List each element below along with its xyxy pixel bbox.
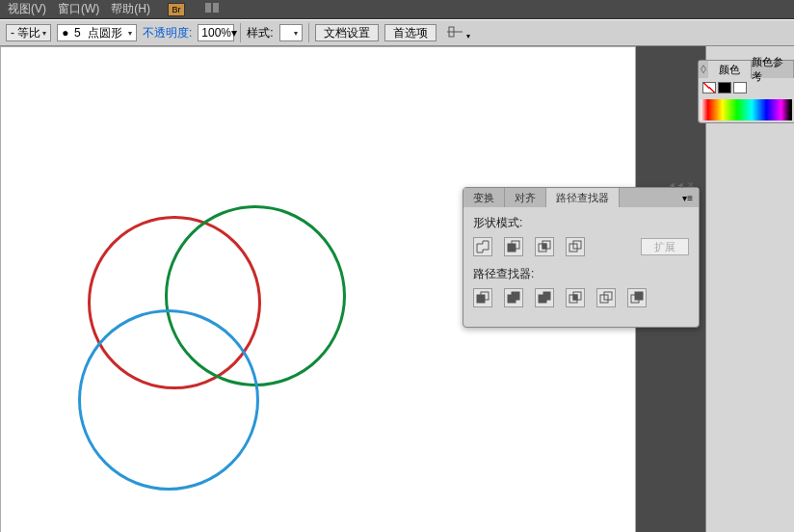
color-panel[interactable]: ◊ 颜色 颜色参考	[698, 60, 794, 123]
style-dropdown[interactable]: ▾	[279, 24, 303, 41]
opacity-label: 不透明度:	[143, 25, 192, 41]
divide-button[interactable]	[473, 288, 492, 307]
panel-menu-icon[interactable]: ▾≡	[676, 188, 699, 207]
color-spectrum[interactable]	[701, 99, 792, 120]
svg-rect-18	[573, 295, 577, 300]
pathfinders-label: 路径查找器:	[473, 266, 689, 282]
fill-swatch[interactable]	[718, 82, 731, 93]
svg-rect-0	[205, 3, 211, 13]
expand-button[interactable]: 扩展	[641, 238, 689, 255]
tab-color-guide[interactable]: 颜色参考	[752, 61, 795, 78]
svg-rect-8	[543, 244, 546, 249]
style-label: 样式:	[247, 25, 273, 41]
menu-bar: 视图(V) 窗口(W) 帮助(H) Br	[0, 0, 794, 19]
menu-view[interactable]: 视图(V)	[8, 1, 46, 17]
fill-none-icon[interactable]	[702, 82, 716, 93]
arrange-icon[interactable]	[204, 2, 220, 16]
outline-button[interactable]	[596, 288, 616, 307]
menu-window[interactable]: 窗口(W)	[58, 1, 99, 17]
prefs-button[interactable]: 首选项	[384, 24, 437, 41]
tab-color[interactable]: 颜色	[708, 61, 752, 78]
tab-align[interactable]: 对齐	[505, 188, 546, 207]
stroke-weight-dropdown[interactable]: ● 5 点圆形 ▾	[57, 24, 137, 41]
minus-back-button[interactable]	[627, 288, 647, 307]
merge-button[interactable]	[535, 288, 554, 307]
pathfinder-panel[interactable]: ◄◄ ✕ 变换 对齐 路径查找器 ▾≡ 形状模式: 扩展 路径查找器:	[463, 187, 700, 328]
circle-blue[interactable]	[78, 309, 259, 491]
trim-button[interactable]	[504, 288, 523, 307]
options-bar: - 等比▾ ● 5 点圆形 ▾ 不透明度: 100%▾ 样式: ▾ 文档设置 首…	[0, 19, 794, 46]
svg-rect-16	[543, 292, 550, 300]
opacity-input[interactable]: 100%▾	[198, 24, 234, 41]
unite-button[interactable]	[473, 237, 492, 256]
shape-modes-label: 形状模式:	[473, 215, 689, 231]
bridge-icon[interactable]: Br	[168, 3, 185, 16]
svg-rect-1	[213, 3, 219, 13]
doc-setup-button[interactable]: 文档设置	[315, 24, 379, 41]
intersect-button[interactable]	[535, 237, 554, 256]
stroke-swatch[interactable]	[733, 82, 747, 93]
exclude-button[interactable]	[566, 237, 585, 256]
tab-pathfinder[interactable]: 路径查找器	[546, 188, 620, 207]
menu-help[interactable]: 帮助(H)	[111, 1, 150, 17]
ratio-dropdown[interactable]: - 等比▾	[6, 24, 51, 41]
tab-transform[interactable]: 变换	[463, 188, 505, 207]
align-icon[interactable]: ▾	[446, 25, 470, 41]
svg-rect-14	[512, 292, 519, 300]
crop-button[interactable]	[566, 288, 585, 307]
color-grabber[interactable]: ◊	[699, 61, 708, 78]
minus-front-button[interactable]	[504, 237, 523, 256]
